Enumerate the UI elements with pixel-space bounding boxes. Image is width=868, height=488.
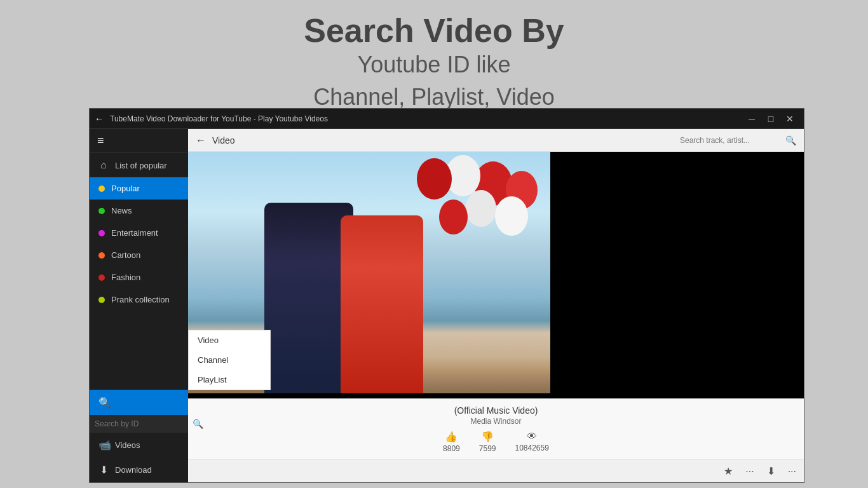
titlebar-back-btn[interactable]: ← — [95, 114, 104, 124]
sidebar: ≡ ⌂ List of popular Popular News — [90, 129, 188, 482]
sidebar-navigation: ⌂ List of popular Popular News Entertaim… — [90, 153, 188, 390]
main-panel: ← Video 🔍 — [188, 129, 804, 482]
sidebar-bottom: Video Channel PlayList 🔍 🔍 📹 Vide — [90, 390, 188, 482]
sidebar-item-prank[interactable]: Prank collection — [90, 288, 188, 311]
main-search-input[interactable] — [680, 136, 782, 145]
sidebar-item-videos[interactable]: 📹 Videos — [90, 433, 188, 458]
content-area: ≡ ⌂ List of popular Popular News — [90, 129, 804, 482]
sidebar-label-list-of-popular: List of popular — [115, 161, 167, 170]
video-area — [188, 152, 804, 398]
sidebar-label-fashion: Fashion — [111, 273, 140, 282]
sidebar-item-cartoon[interactable]: Cartoon — [90, 244, 188, 266]
search-by-id-section: Video Channel PlayList 🔍 🔍 — [90, 390, 188, 433]
back-button[interactable]: ← — [196, 135, 206, 146]
figure-left — [264, 203, 353, 393]
figure-right — [341, 215, 423, 393]
dot-news — [98, 208, 105, 214]
sidebar-item-popular[interactable]: Popular — [90, 177, 188, 200]
sidebar-item-search[interactable]: 🔍 — [90, 390, 188, 415]
bg-subtitle: Youtube ID like Channel, Playlist, Video — [0, 49, 868, 113]
main-header-title: Video — [212, 135, 674, 146]
sidebar-top: ≡ — [90, 129, 188, 153]
balloon-5 — [417, 158, 452, 200]
sidebar-label-videos: Videos — [115, 440, 140, 450]
dislikes-count: 7599 — [479, 444, 496, 453]
sidebar-label-prank: Prank collection — [111, 295, 170, 304]
download-sidebar-icon: ⬇ — [98, 464, 109, 476]
dot-cartoon — [98, 252, 105, 259]
stat-views: 👁 10842659 — [515, 431, 549, 453]
dot-prank — [98, 297, 105, 303]
likes-count: 8809 — [443, 444, 460, 453]
star-button[interactable]: ★ — [724, 465, 733, 477]
sidebar-label-popular: Popular — [111, 184, 140, 193]
close-button[interactable]: ✕ — [781, 110, 799, 128]
thumbs-up-icon: 👍 — [445, 431, 458, 443]
sidebar-item-list-of-popular[interactable]: ⌂ List of popular — [90, 153, 188, 177]
video-icon: 📹 — [98, 439, 109, 451]
sidebar-item-entertainment[interactable]: Entertaiment — [90, 222, 188, 244]
main-window: ← TubeMate Video Downloader for YouTube … — [89, 108, 804, 483]
sidebar-label-cartoon: Cartoon — [111, 250, 140, 260]
sidebar-label-download: Download — [115, 465, 152, 475]
views-icon: 👁 — [527, 431, 537, 442]
search-sidebar-icon: 🔍 — [98, 396, 109, 409]
video-channel: Media Windsor — [201, 417, 791, 426]
thumbs-down-icon: 👎 — [481, 431, 494, 443]
dropdown-item-video[interactable]: Video — [189, 330, 270, 350]
sidebar-item-fashion[interactable]: Fashion — [90, 266, 188, 288]
background-header: Search Video By Youtube ID like Channel,… — [0, 13, 868, 113]
dot-popular — [98, 186, 105, 192]
balloon-4 — [466, 190, 496, 227]
titlebar: ← TubeMate Video Downloader for YouTube … — [90, 109, 804, 129]
sidebar-item-download[interactable]: ⬇ Download — [90, 458, 188, 482]
sidebar-label-entertainment: Entertaiment — [111, 228, 158, 238]
video-title: (Official Music Video) — [201, 405, 791, 416]
dot-entertainment — [98, 230, 105, 236]
minimize-button[interactable]: ─ — [743, 110, 761, 128]
window-title: TubeMate Video Downloader for YouTube - … — [110, 114, 743, 123]
search-type-dropdown: Video Channel PlayList — [188, 330, 271, 390]
dot-fashion — [98, 274, 105, 281]
video-stats: 👍 8809 👎 7599 👁 10842659 — [201, 431, 791, 453]
main-header: ← Video 🔍 — [188, 129, 804, 152]
window-controls: ─ □ ✕ — [743, 110, 799, 128]
bottom-toolbar: ★ ··· ⬇ ··· — [188, 459, 804, 482]
views-count: 10842659 — [515, 444, 549, 452]
info-bar: (Official Music Video) Media Windsor 👍 8… — [188, 398, 804, 459]
more-options-button-2[interactable]: ··· — [788, 466, 796, 477]
more-options-button-1[interactable]: ··· — [745, 466, 754, 477]
bg-main-title: Search Video By — [0, 13, 868, 49]
maximize-button[interactable]: □ — [762, 110, 780, 128]
home-icon: ⌂ — [98, 159, 109, 171]
main-search-icon[interactable]: 🔍 — [785, 135, 796, 146]
balloon-7 — [439, 200, 468, 234]
search-input-row: 🔍 — [90, 415, 188, 433]
main-search-area: 🔍 — [680, 135, 796, 146]
search-input-icon: 🔍 — [193, 419, 203, 429]
sidebar-item-news[interactable]: News — [90, 200, 188, 222]
dropdown-item-channel[interactable]: Channel — [189, 350, 270, 370]
stat-dislikes: 👎 7599 — [479, 431, 496, 453]
download-toolbar-button[interactable]: ⬇ — [767, 465, 775, 477]
balloon-6 — [495, 196, 528, 236]
sidebar-label-news: News — [111, 206, 132, 215]
hamburger-icon[interactable]: ≡ — [95, 132, 107, 149]
search-by-id-input[interactable] — [95, 419, 190, 428]
dropdown-item-playlist[interactable]: PlayList — [189, 370, 270, 390]
stat-likes: 👍 8809 — [443, 431, 460, 453]
